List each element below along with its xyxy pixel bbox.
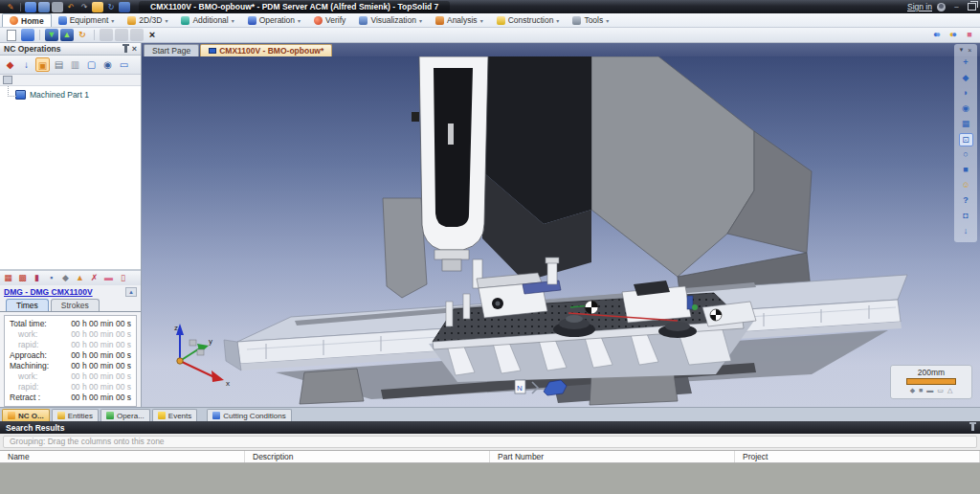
toolbar-close-icon[interactable]: ×: [968, 47, 971, 54]
view-orientation-icon[interactable]: ◆: [959, 72, 973, 85]
grouping-zone[interactable]: Grouping: Drag the columns onto this zon…: [0, 434, 980, 450]
tab-operation[interactable]: Operation▾: [241, 13, 307, 27]
view-cube-icon[interactable]: ◆: [910, 387, 915, 393]
open-document-icon[interactable]: [21, 29, 34, 41]
insert-operation-icon[interactable]: ↓: [19, 57, 33, 72]
column-header-description[interactable]: Description: [245, 451, 490, 462]
tab-equipment[interactable]: Equipment▾: [52, 13, 122, 27]
dropdown-arrow-icon[interactable]: ▾: [165, 17, 167, 24]
dropdown-arrow-icon[interactable]: ▾: [232, 17, 234, 24]
toolbar-menu-icon[interactable]: ▾: [960, 46, 964, 54]
dropdown-arrow-icon[interactable]: ▾: [111, 17, 114, 24]
tab-construction[interactable]: Construction▾: [490, 13, 567, 27]
zoom-icon[interactable]: ○: [959, 148, 973, 162]
save-all-icon[interactable]: [38, 2, 50, 12]
close-icon[interactable]: ×: [132, 45, 137, 53]
tab-strokes[interactable]: Strokes: [51, 299, 100, 311]
tab-entities[interactable]: Entities: [52, 409, 99, 421]
restore-button[interactable]: [968, 3, 976, 11]
tools-small-icon[interactable]: ◆: [59, 272, 72, 284]
annotation-face-icon[interactable]: ☺: [959, 179, 973, 192]
new-document-icon[interactable]: [7, 30, 16, 41]
paste-icon[interactable]: [130, 29, 144, 41]
machine-link[interactable]: DMG - DMG CMX1100V: [4, 287, 93, 297]
tab-nc-operations[interactable]: NC O...: [2, 409, 50, 421]
settings-icon[interactable]: ■: [963, 29, 976, 41]
dropdown-arrow-icon[interactable]: ▾: [298, 17, 301, 24]
synchronize-icon[interactable]: ↻: [76, 29, 89, 41]
dropdown-arrow-icon[interactable]: ▾: [556, 17, 559, 24]
operation-tree-icon[interactable]: ▩: [16, 272, 29, 284]
options-gears-icon[interactable]: ●●: [930, 29, 944, 41]
refresh-icon[interactable]: ↻: [105, 2, 117, 12]
simulation-icon[interactable]: ▣: [35, 57, 50, 72]
collapse-up-icon[interactable]: ▲: [125, 287, 137, 297]
customize-gears-icon[interactable]: ●●: [947, 29, 960, 41]
check-in-icon[interactable]: ▼: [45, 29, 58, 41]
clamp-icon[interactable]: ▬: [102, 272, 115, 284]
search-binoculars-icon[interactable]: ◉: [100, 57, 115, 72]
door-icon[interactable]: ▯: [117, 272, 129, 284]
flags-icon[interactable]: ▮: [31, 272, 43, 284]
print-icon[interactable]: [52, 2, 63, 12]
view-pan-icon[interactable]: ▬: [926, 387, 933, 393]
tab-analysis[interactable]: Analysis▾: [429, 13, 490, 27]
save-icon[interactable]: [25, 2, 36, 12]
folder-icon[interactable]: [92, 2, 103, 12]
tab-start-page[interactable]: Start Page: [144, 44, 199, 56]
tab-events[interactable]: Events: [152, 409, 197, 421]
tab-additional[interactable]: Additional▾: [174, 13, 240, 27]
routing-icon[interactable]: ▦: [2, 272, 14, 284]
tab-visualization[interactable]: Visualization▾: [352, 13, 429, 27]
multi-view-icon[interactable]: ▦: [959, 118, 973, 131]
tooling-icon[interactable]: ◆: [3, 57, 17, 72]
copy-icon[interactable]: [100, 29, 113, 41]
add-point-icon[interactable]: +: [959, 56, 973, 70]
pliers-icon[interactable]: ✗: [88, 272, 100, 284]
grid-icon[interactable]: [3, 76, 12, 84]
undo-icon[interactable]: ↶: [65, 2, 77, 12]
delete-icon[interactable]: ×: [145, 29, 159, 41]
user-account-icon[interactable]: [937, 3, 946, 11]
redo-icon[interactable]: ↷: [78, 2, 90, 12]
view-corner-icon[interactable]: ▭: [937, 387, 944, 393]
dropdown-arrow-icon[interactable]: ▾: [606, 17, 609, 24]
edit-pencil-icon[interactable]: ✎: [5, 2, 16, 12]
tab-2d3d[interactable]: 2D/3D▾: [121, 13, 174, 27]
render-spheres-icon[interactable]: ◉: [959, 102, 973, 116]
minimize-button[interactable]: –: [950, 2, 963, 11]
help-icon[interactable]: ?: [959, 194, 973, 208]
column-header-name[interactable]: Name: [0, 451, 245, 462]
machine-icon[interactable]: ▤: [52, 57, 66, 72]
zoom-region-icon[interactable]: ⊡: [959, 133, 973, 146]
section-icon[interactable]: ◘: [959, 210, 973, 223]
fit-view-icon[interactable]: ↓: [959, 225, 973, 238]
check-out-icon[interactable]: ▲: [60, 29, 74, 41]
view-box-icon[interactable]: ■: [919, 387, 923, 393]
tab-home[interactable]: Home: [2, 13, 52, 27]
column-header-part-number[interactable]: Part Number: [490, 451, 735, 462]
camera-icon[interactable]: ◗: [959, 87, 973, 101]
tab-operations[interactable]: Opera...: [100, 409, 150, 421]
view-axis-icon[interactable]: △: [947, 387, 952, 393]
duplicate-icon[interactable]: [115, 29, 128, 41]
sign-in-link[interactable]: Sign in: [907, 2, 932, 11]
isometric-cube-icon[interactable]: ■: [959, 164, 973, 177]
pin-icon[interactable]: [124, 46, 127, 53]
tab-cutting-conditions[interactable]: Cutting Conditions: [207, 409, 291, 421]
tab-verify[interactable]: Verify: [307, 13, 352, 27]
tree-item-machined-part[interactable]: Machined Part 1: [6, 90, 141, 100]
briefcase-icon[interactable]: [119, 2, 130, 12]
panels-icon[interactable]: ▭: [117, 57, 131, 72]
dropdown-arrow-icon[interactable]: ▾: [480, 17, 483, 24]
machine-small-icon[interactable]: ▪: [45, 272, 57, 284]
tab-active-document[interactable]: CMX1100V - BMO-opbouw*: [200, 44, 332, 56]
pin-icon[interactable]: [971, 424, 974, 431]
stock-icon[interactable]: ▢: [84, 57, 99, 72]
post-process-icon[interactable]: ▥: [68, 57, 82, 72]
dropdown-arrow-icon[interactable]: ▾: [419, 17, 422, 24]
column-header-project[interactable]: Project: [735, 451, 980, 462]
tab-tools[interactable]: Tools▾: [566, 13, 615, 27]
3d-viewport[interactable]: z y x N 200mm ◆ ■ ▬: [142, 56, 980, 407]
tab-times[interactable]: Times: [6, 299, 49, 311]
